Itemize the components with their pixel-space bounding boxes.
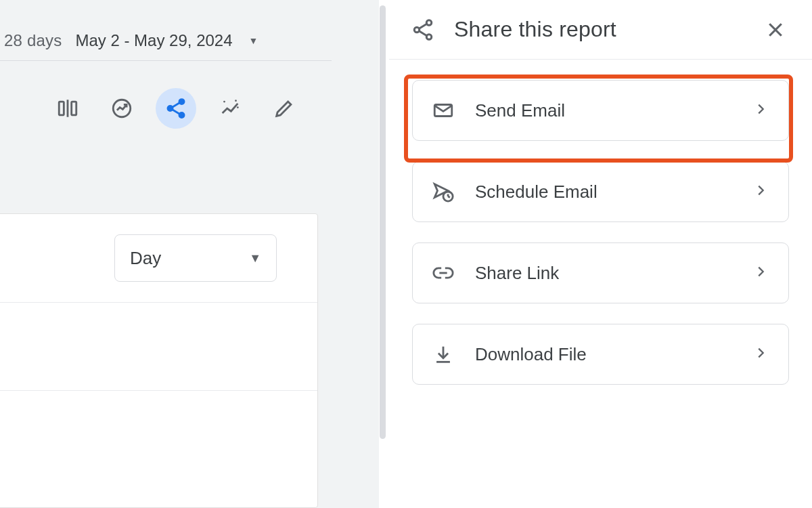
option-schedule-email[interactable]: Schedule Email <box>412 161 789 222</box>
svg-point-6 <box>179 112 184 117</box>
svg-point-13 <box>414 27 420 33</box>
svg-line-15 <box>419 24 426 28</box>
svg-rect-0 <box>59 102 64 115</box>
date-range-bar[interactable]: st 28 days May 2 - May 29, 2024 ▼ <box>0 20 332 61</box>
close-button[interactable] <box>761 15 790 45</box>
divider <box>0 302 317 303</box>
link-icon <box>430 260 456 286</box>
chevron-right-icon <box>753 264 771 282</box>
svg-point-11 <box>237 106 239 108</box>
report-toolbar <box>47 88 304 129</box>
granularity-value: Day <box>130 248 161 269</box>
share-options: Send Email Schedule Email Share Li <box>389 60 812 385</box>
svg-point-14 <box>426 34 432 39</box>
date-preset-label: st 28 days <box>0 31 62 50</box>
svg-line-23 <box>448 196 450 197</box>
edit-button[interactable] <box>264 88 304 129</box>
pane-divider <box>380 5 386 439</box>
share-drawer: Share this report Send Email Schedule <box>389 0 812 508</box>
granularity-select[interactable]: Day ▼ <box>114 234 277 282</box>
svg-point-4 <box>179 100 184 104</box>
email-icon <box>430 98 456 123</box>
svg-line-8 <box>173 110 180 114</box>
option-download-file[interactable]: Download File <box>412 324 789 385</box>
drawer-title: Share this report <box>454 17 742 42</box>
svg-line-7 <box>173 103 180 108</box>
chevron-right-icon <box>753 183 771 200</box>
option-label: Schedule Email <box>475 182 734 203</box>
svg-point-10 <box>235 100 237 102</box>
svg-rect-2 <box>72 102 76 115</box>
schedule-email-icon <box>430 179 456 205</box>
drawer-header: Share this report <box>389 0 812 60</box>
option-label: Download File <box>475 344 734 365</box>
svg-line-16 <box>419 30 426 35</box>
caret-down-icon: ▼ <box>249 35 258 46</box>
caret-down-icon: ▼ <box>249 251 261 266</box>
chevron-right-icon <box>753 345 771 363</box>
option-share-link[interactable]: Share Link <box>412 242 789 303</box>
chevron-right-icon <box>753 102 771 119</box>
svg-marker-20 <box>434 184 448 198</box>
date-range-value: May 2 - May 29, 2024 <box>75 31 232 50</box>
option-label: Share Link <box>475 263 734 284</box>
report-area: st 28 days May 2 - May 29, 2024 ▼ <box>0 0 379 508</box>
compare-button[interactable] <box>47 88 88 129</box>
insights-button[interactable] <box>102 88 142 129</box>
share-icon <box>411 18 435 42</box>
download-icon <box>430 341 456 367</box>
option-label: Send Email <box>475 100 734 121</box>
chart-card: Day ▼ <box>0 213 318 508</box>
share-button[interactable] <box>156 88 196 129</box>
svg-point-5 <box>168 106 173 110</box>
option-send-email[interactable]: Send Email <box>412 80 789 141</box>
divider <box>0 390 317 391</box>
svg-point-9 <box>223 101 225 103</box>
svg-point-12 <box>426 20 432 25</box>
sparkle-trend-button[interactable] <box>210 88 250 129</box>
